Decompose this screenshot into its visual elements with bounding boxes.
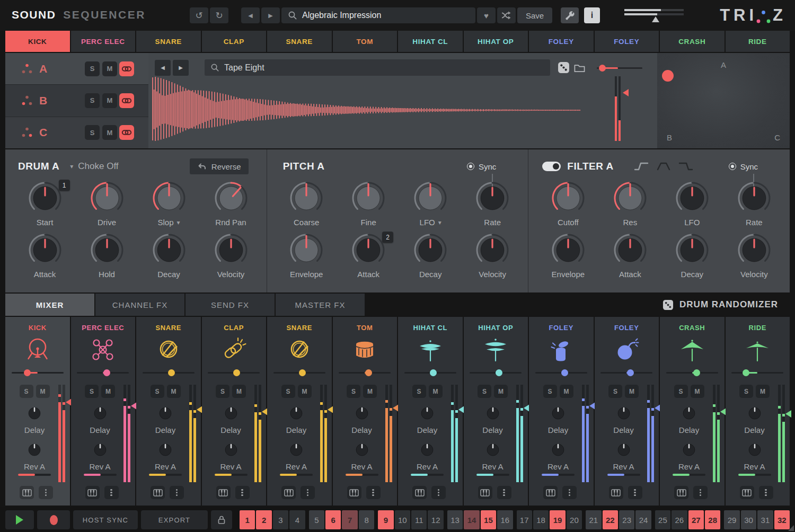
delay-send-knob[interactable]: Delay [23,402,46,435]
strip-mute-button[interactable]: M [756,385,770,398]
keyboard-button[interactable] [85,486,100,499]
strip-menu-button[interactable] [366,486,381,499]
strip-solo-button[interactable]: S [216,385,229,398]
slider-handle[interactable] [743,369,749,376]
favorite-button[interactable]: ♥ [477,7,496,23]
pitch-sync-toggle[interactable]: Sync [467,162,496,171]
envelope-knob[interactable]: Envelope [276,233,338,279]
mixer-strip-snare[interactable]: SNARESM Delay Rev A [136,317,201,506]
mixer-strip-tom[interactable]: TOMSM Delay Rev A [333,317,398,506]
start-knob[interactable]: 1Start [14,181,76,227]
next-preset-button[interactable]: ▶ [261,7,280,23]
step-cell-16[interactable]: 16 [497,510,513,529]
strip-volume-slider[interactable] [535,369,587,376]
strip-mute-button[interactable]: M [101,385,115,398]
bandpass-icon[interactable] [655,161,672,172]
sample-search-input[interactable]: Tape Eight [205,59,550,76]
strip-solo-button[interactable]: S [674,385,688,398]
step-cell-3[interactable]: 3 [273,510,288,529]
mixer-strip-clap[interactable]: CLAPSM Delay Rev A [202,317,267,506]
res-knob[interactable]: Res [599,181,661,227]
velocity-knob[interactable]: Velocity [462,233,524,279]
delay-send-knob[interactable]: Delay [547,402,569,435]
strip-solo-button[interactable]: S [85,385,99,398]
strip-volume-slider[interactable] [666,369,718,376]
save-button[interactable]: Save [517,7,552,23]
reverb-send-knob[interactable]: Rev A [280,439,313,476]
slider-handle[interactable] [168,369,175,376]
step-cell-1[interactable]: 1 [240,510,255,529]
layer-row-c[interactable]: CSM [5,117,148,148]
delay-send-knob[interactable]: Delay [285,402,307,435]
layer-xy-pad[interactable]: A B C [657,53,790,148]
mixer-strip-foley[interactable]: FOLEYSM Delay Rev A [529,317,594,506]
mixer-strip-hihat-op[interactable]: HIHAT OPSM Delay Rev A [464,317,528,506]
strip-volume-slider[interactable] [208,369,260,376]
xy-blend-dot[interactable] [662,70,674,82]
step-cell-22[interactable]: 22 [603,510,618,529]
strip-volume-slider[interactable] [273,369,325,376]
browse-sample-button[interactable] [572,61,586,75]
strip-menu-button[interactable] [301,486,315,499]
step-cell-26[interactable]: 26 [672,510,687,529]
fine-knob[interactable]: Fine [338,181,400,227]
strip-solo-button[interactable]: S [281,385,295,398]
tab-mixer[interactable]: MIXER [5,294,94,316]
strip-volume-slider[interactable] [600,369,652,376]
step-cell-23[interactable]: 23 [619,510,634,529]
reverb-send-knob[interactable]: Rev A [18,439,51,476]
reverb-send-knob[interactable]: Rev A [346,439,378,476]
strip-mute-button[interactable]: M [232,385,246,398]
step-cell-27[interactable]: 27 [688,510,704,529]
pan-handle[interactable] [599,65,606,72]
slider-handle[interactable] [365,369,372,376]
step-cell-30[interactable]: 30 [741,510,756,529]
step-cell-18[interactable]: 18 [533,510,549,529]
step-cell-25[interactable]: 25 [655,510,670,529]
reverb-send-knob[interactable]: Rev A [411,439,444,476]
reverb-send-knob[interactable]: Rev A [476,439,509,476]
velocity-knob[interactable]: Velocity [723,233,785,279]
strip-volume-slider[interactable] [77,369,129,376]
drum-pad-tom[interactable]: TOM [333,31,398,52]
strip-mute-button[interactable]: M [298,385,312,398]
lfo-knob[interactable]: LFO [661,181,723,227]
tab-sequencer[interactable]: SEQUENCER [63,8,146,21]
prev-preset-button[interactable]: ◀ [241,7,260,23]
delay-send-knob[interactable]: Delay [89,402,111,435]
mixer-strip-hihat-cl[interactable]: HIHAT CLSM Delay Rev A [398,317,463,506]
undo-button[interactable]: ↺ [190,7,208,23]
mixer-strip-snare[interactable]: SNARESM Delay Rev A [267,317,332,506]
step-cell-9[interactable]: 9 [378,510,393,529]
envelope-knob[interactable]: Envelope [537,233,599,279]
keyboard-button[interactable] [151,486,165,499]
reverb-send-knob[interactable]: Rev A [215,439,248,476]
strip-solo-button[interactable]: S [478,385,491,398]
resize-handle[interactable] [788,525,794,531]
next-sample-button[interactable]: ▶ [173,60,189,76]
cutoff-knob[interactable]: Cutoff [537,181,599,227]
export-button[interactable]: EXPORT [141,510,208,529]
step-cell-8[interactable]: 8 [359,510,374,529]
drum-randomizer-button[interactable]: DRUM RANDOMIZER [662,299,778,311]
mixer-strip-crash[interactable]: CRASHSM Delay Rev A [660,317,725,506]
keyboard-button[interactable] [216,486,231,499]
reverb-send-knob[interactable]: Rev A [673,439,705,476]
strip-menu-button[interactable] [39,486,53,499]
info-button[interactable]: i [584,7,600,23]
tab-channel-fx[interactable]: CHANNEL FX [95,294,184,316]
prev-sample-button[interactable]: ◀ [155,60,171,76]
layer-solo-button[interactable]: S [85,125,100,140]
step-cell-13[interactable]: 13 [447,510,463,529]
delay-send-knob[interactable]: Delay [154,402,176,435]
drum-pad-snare[interactable]: SNARE [267,31,332,52]
drum-pad-kick[interactable]: KICK [5,31,70,52]
mixer-strip-ride[interactable]: RIDESM Delay Rev A [726,317,790,506]
layer-link-button[interactable] [119,93,134,108]
strip-mute-button[interactable]: M [625,385,639,398]
keyboard-button[interactable] [740,486,754,499]
reverb-send-knob[interactable]: Rev A [738,439,771,476]
drum-pad-hihat-cl[interactable]: HIHAT CL [398,31,463,52]
strip-menu-button[interactable] [431,486,446,499]
strip-menu-button[interactable] [759,486,773,499]
